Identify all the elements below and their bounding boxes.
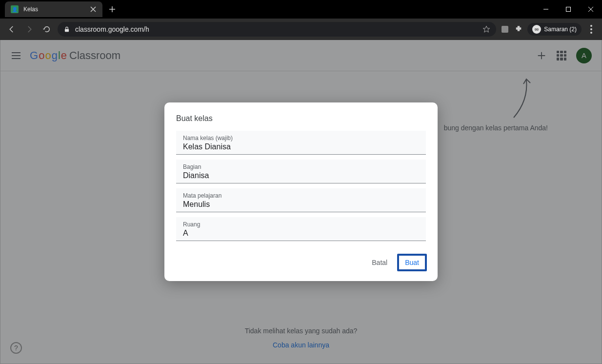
room-input[interactable] bbox=[183, 229, 419, 238]
star-icon[interactable] bbox=[482, 25, 490, 33]
extensions-puzzle-icon[interactable] bbox=[514, 24, 523, 34]
cancel-button[interactable]: Batal bbox=[366, 255, 393, 270]
browser-titlebar: 👤 Kelas bbox=[0, 0, 602, 19]
dialog-actions: Batal Buat bbox=[164, 246, 438, 274]
create-class-dialog: Buat kelas Nama kelas (wajib) Bagian Mat… bbox=[164, 102, 438, 281]
back-button[interactable] bbox=[5, 22, 19, 36]
close-window-button[interactable] bbox=[580, 0, 602, 19]
class-name-label: Nama kelas (wajib) bbox=[183, 135, 419, 142]
svg-rect-2 bbox=[502, 26, 508, 33]
svg-point-7 bbox=[590, 32, 592, 34]
class-name-field[interactable]: Nama kelas (wajib) bbox=[176, 131, 426, 155]
svg-rect-0 bbox=[566, 7, 571, 12]
extension-icon[interactable] bbox=[500, 24, 510, 34]
subject-field[interactable]: Mata pelajaran bbox=[176, 188, 426, 212]
classroom-favicon: 👤 bbox=[11, 5, 19, 13]
svg-point-3 bbox=[535, 29, 537, 31]
incognito-label: Samaran (2) bbox=[544, 26, 577, 33]
svg-point-6 bbox=[590, 28, 592, 30]
class-name-input[interactable] bbox=[183, 142, 419, 151]
browser-toolbar: classroom.google.com/h Samaran (2) bbox=[0, 19, 602, 40]
incognito-icon bbox=[532, 25, 541, 34]
room-field[interactable]: Ruang bbox=[176, 217, 426, 241]
dialog-title: Buat kelas bbox=[164, 114, 438, 131]
tab-strip: 👤 Kelas bbox=[0, 0, 119, 19]
lock-icon bbox=[63, 26, 70, 33]
tab-title: Kelas bbox=[23, 6, 85, 13]
browser-tab[interactable]: 👤 Kelas bbox=[5, 1, 102, 17]
address-bar[interactable]: classroom.google.com/h bbox=[58, 22, 496, 37]
svg-point-4 bbox=[537, 29, 539, 31]
minimize-button[interactable] bbox=[535, 0, 557, 19]
subject-label: Mata pelajaran bbox=[183, 192, 419, 199]
new-tab-button[interactable] bbox=[105, 2, 119, 16]
svg-point-5 bbox=[590, 25, 592, 27]
url-text: classroom.google.com/h bbox=[75, 25, 149, 33]
svg-rect-1 bbox=[65, 29, 69, 32]
section-label: Bagian bbox=[183, 163, 419, 170]
forward-button[interactable] bbox=[22, 22, 36, 36]
maximize-button[interactable] bbox=[557, 0, 580, 19]
close-icon[interactable] bbox=[90, 6, 97, 13]
subject-input[interactable] bbox=[183, 200, 419, 209]
section-field[interactable]: Bagian bbox=[176, 160, 426, 183]
reload-button[interactable] bbox=[40, 22, 54, 36]
chrome-menu-button[interactable] bbox=[585, 25, 597, 34]
section-input[interactable] bbox=[183, 171, 419, 180]
room-label: Ruang bbox=[183, 221, 419, 228]
create-button[interactable]: Buat bbox=[397, 254, 427, 271]
window-controls bbox=[535, 0, 602, 19]
incognito-badge[interactable]: Samaran (2) bbox=[527, 23, 582, 36]
